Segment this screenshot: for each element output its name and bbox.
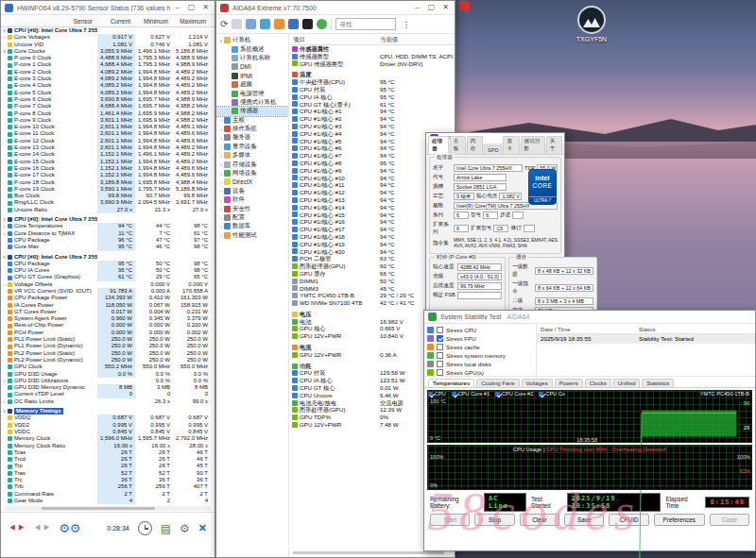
tab-temperatures[interactable]: Temperatures bbox=[428, 379, 474, 387]
sensor-row[interactable]: Trc36 T36 T36 T bbox=[1, 477, 215, 483]
sidebar-item-计算机名称[interactable]: 计算机名称 bbox=[216, 54, 288, 62]
sensor-row[interactable]: P-core 18 Clock3,189.8 MHz1,695.8 MHz4,9… bbox=[1, 179, 215, 186]
sensor-row[interactable]: VDDC0.845 V0.845 V0.845 V bbox=[1, 429, 215, 435]
sensor-row[interactable]: ›OC Ratio Limits26.3 x99.0 x bbox=[1, 398, 215, 405]
sensor-row[interactable]: CPU Package Power134.393 W0.410 W161.303… bbox=[1, 295, 215, 301]
sensor-row[interactable]: Tras52 T52 T90 T bbox=[1, 470, 215, 477]
sensor-row[interactable]: Trcd26 T26 T46 T bbox=[1, 456, 215, 463]
legend-item[interactable]: CPU Core #2 bbox=[495, 391, 533, 397]
sensor-row[interactable]: PL1 Power Limit (Dynamic)250.0 W250.0 W2… bbox=[1, 343, 215, 349]
sensor-row[interactable]: Memory Clock Ratio16.00 x16.00 x28.00 x bbox=[1, 443, 215, 449]
stress-option[interactable]: Stress FPU bbox=[427, 334, 536, 343]
sensor-row[interactable]: Core Max95 °C46 °C98 °C bbox=[1, 244, 215, 250]
aida64-nav-tree[interactable]: ∨计算机系统概述计算机名称DMIIPMI超频电源管理便携式计算机传感器›主板›操… bbox=[216, 34, 289, 557]
sensor-row[interactable]: ›Core Temperatures94 °C44 °C98 °C bbox=[1, 223, 215, 229]
sidebar-item-服务器[interactable]: ›服务器 bbox=[216, 133, 288, 142]
stress-option[interactable]: Stress local disks bbox=[427, 360, 536, 368]
checkbox[interactable] bbox=[437, 369, 443, 376]
sidebar-item-存储设备[interactable]: ›存储设备 bbox=[216, 160, 288, 168]
sensor-row[interactable]: P-core 6 Clock3,690.8 MHz1,695.7 MHz4,98… bbox=[1, 96, 215, 103]
sensor-row[interactable]: P-core 9 Clock3,601.1 MHz1,695.9 MHz4,98… bbox=[1, 117, 215, 124]
sensor-row[interactable]: CPU #1/核心 #294 °C bbox=[289, 115, 455, 123]
pane-group-header[interactable]: 传感器属性 bbox=[289, 45, 455, 53]
sensor-row[interactable]: E-core 4 Clock4,089.2 MHz1,994.8 MHz4,48… bbox=[1, 82, 215, 89]
tab-SPD[interactable]: SPD bbox=[484, 145, 503, 154]
sensor-row[interactable]: E-core 13 Clock2,601.1 MHz1,994.8 MHz4,4… bbox=[1, 144, 215, 151]
desktop-shortcut[interactable]: TXGYF5N bbox=[563, 6, 620, 42]
sensor-row[interactable]: ›Voltage Offsets0.000 V0.000 V bbox=[1, 281, 215, 288]
sidebar-item-显示设备[interactable]: ›显示设备 bbox=[216, 143, 288, 151]
sidebar-item-网络设备[interactable]: ›网络设备 bbox=[216, 169, 288, 178]
sensor-row[interactable]: Rest-of-Chip Power0.000 W0.000 W0.200 W bbox=[1, 322, 215, 329]
sensor-row[interactable]: P-core 7 Clock4,688.4 MHz1,695.7 MHz4,98… bbox=[1, 103, 215, 110]
sensor-row[interactable]: VDDQ0.687 V0.687 V0.687 V bbox=[1, 414, 215, 421]
sensor-row[interactable]: Trp26 T26 T45 T bbox=[1, 463, 215, 469]
sensor-row[interactable]: E-core 12 Clock2,601.1 MHz1,994.8 MHz4,4… bbox=[1, 138, 215, 144]
checkbox[interactable] bbox=[437, 344, 443, 350]
sidebar-item-操作系统[interactable]: ›操作系统 bbox=[216, 125, 288, 133]
stress-option[interactable]: Stress CPU bbox=[427, 326, 536, 334]
sensor-row[interactable]: CPU GT 核心(显卡)61 °C bbox=[289, 101, 455, 109]
legend-checkbox[interactable] bbox=[428, 392, 433, 397]
sensor-row[interactable]: P-core 1 Clock4,688.4 MHz1,795.3 MHz4,98… bbox=[1, 61, 215, 68]
sensor-row[interactable]: Memory Clock1,596.0 MHz1,595.7 MHz2,792.… bbox=[1, 435, 215, 442]
overflow-menu-icon[interactable]: ⋮ bbox=[402, 20, 410, 29]
sensor-row[interactable]: System Agent Power0.960 W0.345 W3.379 W bbox=[1, 315, 215, 322]
hwinfo-sensor-table[interactable]: ∨CPU [#0]: Intel Core Ultra 7 255HX›Core… bbox=[1, 27, 215, 505]
sensor-row[interactable]: Ring/LLC Clock3,690.9 MHz2,094.5 MHz3,69… bbox=[1, 199, 215, 206]
search-input[interactable] bbox=[335, 18, 396, 30]
stability-titlebar[interactable]: System Stability Test AIDA64 bbox=[424, 311, 755, 324]
sensor-row[interactable]: GPU Clock550.2 MHz550.0 MHz550.0 MHz bbox=[1, 364, 215, 370]
legend-checkbox[interactable] bbox=[452, 392, 456, 397]
checkbox[interactable] bbox=[437, 335, 443, 342]
sensor-row[interactable]: E-core 2 Clock4,089.2 MHz1,994.8 MHz4,48… bbox=[1, 69, 215, 76]
minimize-icon[interactable]: – bbox=[170, 1, 184, 14]
sensor-row[interactable]: CPU Package95 °C50 °C98 °C bbox=[1, 261, 215, 267]
sensor-section-header[interactable]: ∨CPU [#0]: Intel Core Ultra 7 255HX bbox=[1, 27, 215, 34]
sensor-row[interactable]: PL2 Power Limit (Static)250.0 W250.0 W25… bbox=[1, 350, 215, 357]
sensor-row[interactable]: 传感器类型CPU, HDD, DIMM TS, ACPI, PCH ... bbox=[289, 53, 455, 60]
tab-clocks[interactable]: Clocks bbox=[585, 379, 611, 387]
sensor-row[interactable]: E-core 10 Clock2,601.1 MHz1,994.8 MHz4,4… bbox=[1, 124, 215, 130]
settings-icon[interactable]: ⚙ bbox=[180, 523, 190, 534]
sensor-row[interactable]: CPU IA 核心95 °C bbox=[289, 93, 455, 101]
sidebar-item-设备[interactable]: ›设备 bbox=[216, 187, 288, 195]
tab-voltages[interactable]: Voltages bbox=[522, 379, 553, 387]
sensor-row[interactable]: CPU IA Cores95 °C50 °C98 °C bbox=[1, 267, 215, 274]
refresh-icon[interactable]: ⟳ bbox=[220, 19, 228, 29]
chart-icon[interactable] bbox=[246, 19, 256, 29]
legend-checkbox[interactable] bbox=[495, 392, 500, 397]
user-icon[interactable] bbox=[288, 19, 299, 29]
sensor-row[interactable]: CPU #1/核心 #394 °C bbox=[289, 123, 455, 130]
sensor-row[interactable]: P-core 19 Clock3,590.1 MHz1,795.7 MHz5,1… bbox=[1, 186, 215, 193]
sidebar-item-传感器[interactable]: 传感器 bbox=[216, 107, 288, 115]
tab-内存[interactable]: 内存 bbox=[467, 136, 483, 154]
tab-unified[interactable]: Unified bbox=[613, 379, 641, 387]
sensor-row[interactable]: GPU 传感器类型Driver (NV-DRV) bbox=[289, 60, 455, 68]
hwinfo-titlebar[interactable]: HWiNFO64 v8.29-5790 Sensor Status [736 v… bbox=[1, 1, 215, 15]
sensor-row[interactable]: Tcas26 T26 T46 T bbox=[1, 449, 215, 456]
checkbox[interactable] bbox=[437, 327, 443, 333]
tab-cooling-fans[interactable]: Cooling Fans bbox=[476, 379, 519, 387]
tab-主板[interactable]: 主板 bbox=[450, 136, 466, 154]
sidebar-item-IPMI[interactable]: IPMI bbox=[216, 72, 288, 80]
sensor-row[interactable]: PL1 Power Limit (Static)250.0 W250.0 W25… bbox=[1, 336, 215, 343]
sidebar-item-DMI[interactable]: DMI bbox=[216, 62, 288, 71]
close-icon[interactable]: ✕ bbox=[198, 1, 213, 14]
report-icon[interactable] bbox=[232, 19, 242, 29]
osd-icon[interactable] bbox=[302, 19, 313, 29]
tab-测试分数[interactable]: 测试分数 bbox=[521, 136, 545, 154]
sensor-row[interactable]: ›Core Distance to TjMAX11 °C7 °C61 °C bbox=[1, 230, 215, 237]
sensor-row[interactable]: ›Core Voltages0.917 V0.627 V1.214 V bbox=[1, 34, 215, 41]
sidebar-item-电源管理[interactable]: 电源管理 bbox=[216, 89, 288, 97]
sensor-row[interactable]: E-core 14 Clock1,152.1 MHz1,496.1 MHz4,4… bbox=[1, 151, 215, 158]
sensor-row[interactable]: Gear Mode424 bbox=[1, 498, 215, 504]
sensor-row[interactable]: IA Cores Power118.050 W0.067 W158.915 W bbox=[1, 302, 215, 309]
video-icon[interactable] bbox=[260, 19, 270, 29]
pane-group-header[interactable]: 温度 bbox=[289, 71, 455, 78]
sidebar-item-软件[interactable]: ›软件 bbox=[216, 195, 288, 204]
stress-option[interactable]: Stress system memory bbox=[427, 351, 536, 360]
sidebar-item-多媒体[interactable]: ›多媒体 bbox=[216, 151, 288, 160]
checkbox[interactable] bbox=[437, 361, 443, 367]
sidebar-item-系统概述[interactable]: 系统概述 bbox=[216, 44, 288, 53]
